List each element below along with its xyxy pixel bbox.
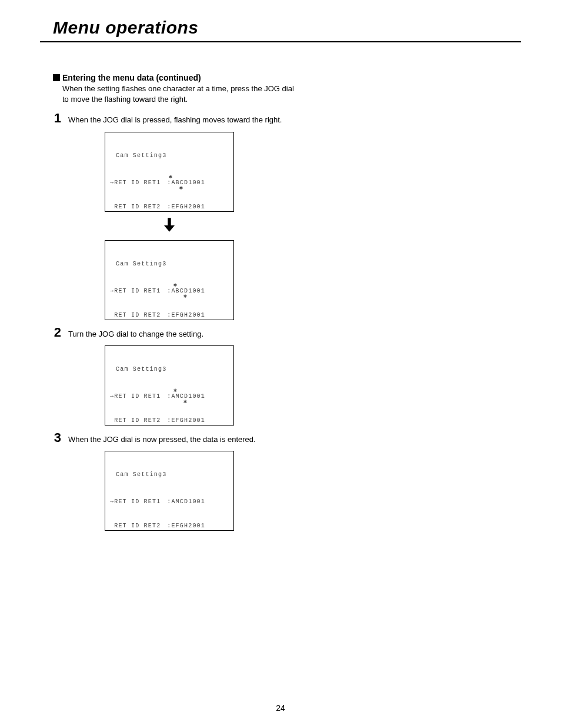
osd-row: RET ID RET2:EFGH2001 — [110, 417, 228, 425]
osd-value: :EFGH2001 — [167, 522, 205, 530]
screenshot-3: Cam Setting3 →RET ID RET1 :A＊MC＊D1001 RE… — [105, 345, 300, 426]
row-arrow-icon: → — [110, 179, 114, 187]
step-3: 3 When the JOG dial is now pressed, the … — [53, 431, 300, 445]
row-arrow-icon: → — [110, 393, 114, 401]
row-arrow-icon — [110, 522, 114, 530]
osd-label: RET ID RET2 — [114, 311, 167, 320]
flashing-chars: ＊AB＊ — [171, 179, 179, 187]
step-text: When the JOG dial is pressed, flashing m… — [68, 112, 282, 125]
step-number: 3 — [53, 431, 61, 444]
screenshot-4: Cam Setting3 →RET ID RET1:AMCD1001 RET I… — [105, 451, 300, 531]
osd-header: Cam Setting3 — [116, 260, 228, 268]
screenshot-2: Cam Setting3 →RET ID RET1 :A＊BC＊D1001 RE… — [105, 240, 300, 320]
osd-label: RET ID RET1 — [114, 498, 167, 506]
page: Menu operations Entering the menu data (… — [0, 0, 561, 728]
row-arrow-icon: → — [110, 287, 114, 295]
page-title: Menu operations — [53, 18, 508, 38]
flashing-chars: ＊BC＊ — [176, 287, 184, 295]
sparkle-icon: ＊ — [182, 295, 188, 300]
osd-value: :＊AB＊CD1001 — [167, 179, 205, 187]
square-bullet-icon — [53, 74, 60, 81]
osd-row: →RET ID RET1 :A＊MC＊D1001 — [110, 393, 228, 401]
flashing-chars: ＊MC＊ — [176, 393, 184, 401]
section-intro: When the setting flashes one character a… — [62, 84, 300, 105]
section-heading: Entering the menu data (continued) — [53, 73, 300, 82]
osd-value: :A＊BC＊D1001 — [167, 287, 205, 295]
osd-header: Cam Setting3 — [116, 471, 228, 479]
osd-value: :A＊MC＊D1001 — [167, 393, 205, 401]
row-arrow-icon — [110, 311, 114, 320]
section-title: Entering the menu data (continued) — [62, 73, 201, 82]
osd-label: RET ID RET1 — [114, 287, 167, 295]
osd-label: RET ID RET1 — [114, 393, 167, 401]
osd-value: :EFGH2001 — [167, 203, 205, 211]
osd-row: →RET ID RET1:AMCD1001 — [110, 498, 228, 506]
osd-screen: Cam Setting3 →RET ID RET1 :A＊MC＊D1001 RE… — [105, 345, 234, 426]
osd-row: RET ID RET2:EFGH2001 — [110, 522, 228, 530]
osd-label: RET ID RET2 — [114, 203, 167, 211]
osd-row: →RET ID RET1 :＊AB＊CD1001 — [110, 179, 228, 187]
osd-row: RET ID RET2:EFGH2001 — [110, 311, 228, 320]
sparkle-icon: ＊ — [167, 175, 173, 180]
sparkle-icon: ＊ — [182, 400, 188, 405]
sparkle-icon: ＊ — [172, 284, 178, 288]
sparkle-icon: ＊ — [172, 389, 178, 394]
row-arrow-icon: → — [110, 498, 114, 506]
row-arrow-icon — [110, 417, 114, 425]
step-1: 1 When the JOG dial is pressed, flashing… — [53, 112, 300, 125]
osd-value: :EFGH2001 — [167, 311, 205, 320]
step-number: 1 — [53, 112, 61, 125]
step-text: Turn the JOG dial to change the setting. — [68, 326, 203, 340]
osd-screen: Cam Setting3 →RET ID RET1:AMCD1001 RET I… — [105, 451, 234, 531]
osd-value: :EFGH2001 — [167, 417, 205, 425]
content-column: Entering the menu data (continued) When … — [53, 42, 300, 531]
osd-label: RET ID RET1 — [114, 179, 167, 187]
osd-label: RET ID RET2 — [114, 417, 167, 425]
osd-value: :AMCD1001 — [167, 498, 205, 506]
step-number: 2 — [53, 326, 61, 339]
osd-row: RET ID RET2:EFGH2001 — [110, 203, 228, 211]
osd-screen: Cam Setting3 →RET ID RET1 :A＊BC＊D1001 RE… — [105, 240, 234, 320]
sparkle-icon: ＊ — [178, 187, 184, 191]
step-text: When the JOG dial is now pressed, the da… — [68, 431, 256, 445]
page-number: 24 — [0, 703, 561, 713]
down-arrow-icon — [105, 218, 234, 235]
row-arrow-icon — [110, 203, 114, 211]
osd-screen: Cam Setting3 →RET ID RET1 :＊AB＊CD1001 RE… — [105, 132, 234, 212]
osd-label: RET ID RET2 — [114, 522, 167, 530]
osd-header: Cam Setting3 — [116, 365, 228, 374]
osd-row: →RET ID RET1 :A＊BC＊D1001 — [110, 287, 228, 295]
screenshot-1: Cam Setting3 →RET ID RET1 :＊AB＊CD1001 RE… — [105, 132, 300, 212]
osd-header: Cam Setting3 — [116, 152, 228, 160]
step-2: 2 Turn the JOG dial to change the settin… — [53, 326, 300, 340]
